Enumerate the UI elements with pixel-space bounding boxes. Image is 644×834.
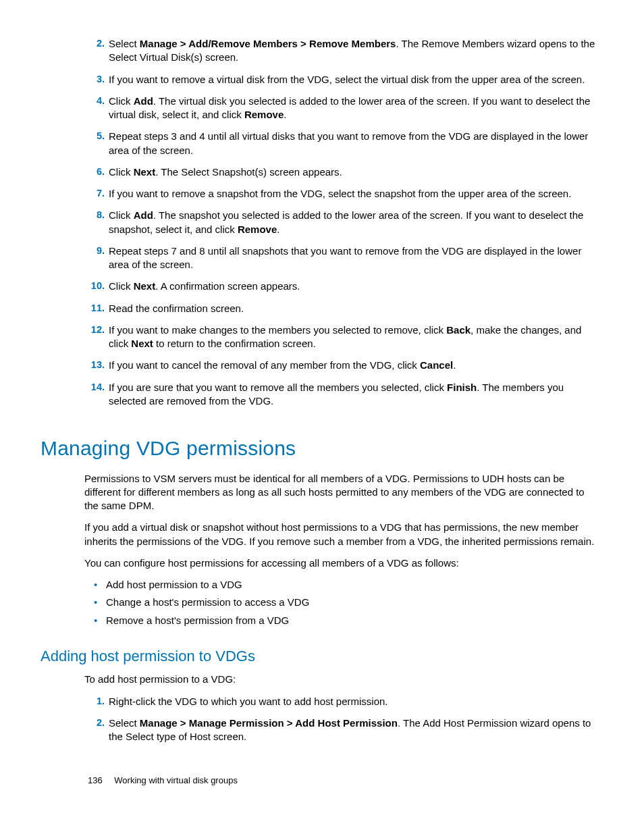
step-number: 14. (84, 381, 109, 409)
step-text: Click Next. A confirmation screen appear… (109, 280, 597, 293)
step-text: Select Manage > Add/Remove Members > Rem… (109, 37, 597, 65)
step-item: 5.Repeat steps 3 and 4 until all virtual… (84, 130, 597, 157)
step-item: 7.If you want to remove a snapshot from … (84, 187, 597, 201)
step-item: 6.Click Next. The Select Snapshot(s) scr… (84, 165, 597, 179)
step-number: 11. (84, 302, 109, 315)
step-text: Click Add. The virtual disk you selected… (109, 95, 597, 122)
step-number: 2. (84, 716, 109, 744)
step-text: Repeat steps 3 and 4 until all virtual d… (109, 130, 597, 157)
ordered-steps-add-host-permission: 1.Right-click the VDG to which you want … (84, 695, 597, 744)
paragraph: To add host permission to a VDG: (84, 673, 597, 686)
step-text: If you want to make changes to the membe… (109, 323, 597, 351)
step-number: 10. (84, 280, 109, 293)
step-number: 3. (84, 73, 109, 86)
step-item: 13.If you want to cancel the removal of … (84, 359, 597, 372)
paragraph: You can configure host permissions for a… (84, 556, 597, 570)
step-number: 9. (84, 244, 109, 272)
step-text: Read the confirmation screen. (109, 302, 597, 315)
step-text: Right-click the VDG to which you want to… (109, 695, 597, 708)
step-item: 12.If you want to make changes to the me… (84, 323, 597, 351)
heading-managing-vdg-permissions: Managing VDG permissions (41, 435, 603, 463)
step-number: 6. (84, 165, 109, 179)
step-number: 7. (84, 187, 109, 201)
step-item: 4.Click Add. The virtual disk you select… (84, 95, 597, 122)
step-text: Click Next. The Select Snapshot(s) scree… (109, 165, 597, 179)
step-item: 1.Right-click the VDG to which you want … (84, 695, 597, 708)
step-item: 8.Click Add. The snapshot you selected i… (84, 209, 597, 236)
paragraph: Permissions to VSM servers must be ident… (84, 472, 597, 513)
page-footer: 136 Working with virtual disk groups (88, 775, 238, 787)
step-text: Repeat steps 7 and 8 until all snapshots… (109, 244, 597, 272)
step-text: If you are sure that you want to remove … (109, 381, 597, 409)
step-number: 8. (84, 209, 109, 236)
step-item: 11.Read the confirmation screen. (84, 302, 597, 315)
bullet-item: Add host permission to a VDG (106, 578, 597, 592)
step-item: 2.Select Manage > Add/Remove Members > R… (84, 37, 597, 65)
step-text: Click Add. The snapshot you selected is … (109, 209, 597, 236)
step-number: 1. (84, 695, 109, 708)
paragraph: If you add a virtual disk or snapshot wi… (84, 521, 597, 548)
heading-adding-host-permission: Adding host permission to VDGs (41, 646, 603, 667)
step-number: 13. (84, 359, 109, 372)
bullet-list-permission-actions: Add host permission to a VDGChange a hos… (84, 578, 597, 627)
step-item: 14.If you are sure that you want to remo… (84, 381, 597, 409)
step-text: Select Manage > Manage Permission > Add … (109, 716, 597, 744)
step-item: 3.If you want to remove a virtual disk f… (84, 73, 597, 86)
step-item: 2.Select Manage > Manage Permission > Ad… (84, 716, 597, 744)
step-number: 4. (84, 95, 109, 122)
bullet-item: Change a host's permission to access a V… (106, 596, 597, 609)
step-text: If you want to cancel the removal of any… (109, 359, 597, 372)
step-item: 9.Repeat steps 7 and 8 until all snapsho… (84, 244, 597, 272)
document-page: 2.Select Manage > Add/Remove Members > R… (0, 0, 644, 834)
step-number: 5. (84, 130, 109, 157)
step-text: If you want to remove a snapshot from th… (109, 187, 597, 201)
ordered-steps-remove-members: 2.Select Manage > Add/Remove Members > R… (84, 37, 597, 408)
bullet-item: Remove a host's permission from a VDG (106, 614, 597, 627)
chapter-title: Working with virtual disk groups (114, 775, 238, 785)
step-item: 10.Click Next. A confirmation screen app… (84, 280, 597, 293)
step-number: 2. (84, 37, 109, 65)
step-number: 12. (84, 323, 109, 351)
page-number: 136 (88, 775, 103, 785)
step-text: If you want to remove a virtual disk fro… (109, 73, 597, 86)
